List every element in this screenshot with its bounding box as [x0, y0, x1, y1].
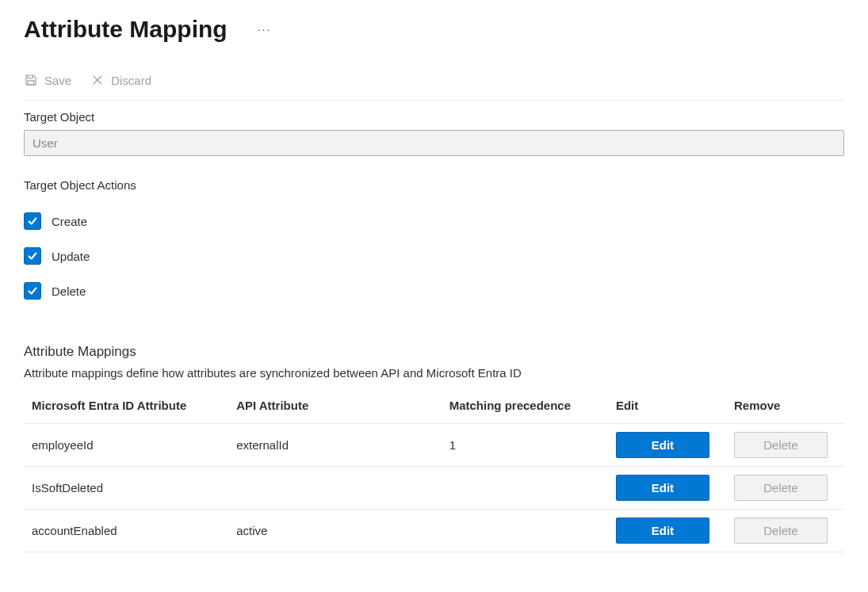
toolbar: Save Discard — [24, 71, 844, 100]
table-header-row: Microsoft Entra ID Attribute API Attribu… — [24, 391, 844, 424]
checkbox-row-delete: Delete — [24, 282, 844, 300]
page-header: Attribute Mapping ··· — [24, 16, 844, 43]
cell-entra-attribute: employeeId — [24, 424, 228, 467]
update-checkbox-label: Update — [52, 250, 90, 263]
page-title: Attribute Mapping — [24, 16, 228, 43]
target-object-label: Target Object — [24, 110, 844, 124]
save-button[interactable]: Save — [24, 71, 71, 89]
column-header-edit[interactable]: Edit — [608, 391, 726, 424]
delete-checkbox[interactable] — [24, 282, 41, 300]
delete-button[interactable]: Delete — [734, 432, 828, 458]
save-button-label: Save — [44, 74, 71, 87]
save-icon — [24, 73, 38, 87]
checkbox-row-create: Create — [24, 212, 844, 230]
cell-matching-precedence: 1 — [442, 424, 608, 467]
edit-button[interactable]: Edit — [616, 518, 709, 544]
cell-matching-precedence — [442, 510, 608, 552]
cell-api-attribute: externalId — [228, 424, 441, 467]
column-header-api[interactable]: API Attribute — [228, 391, 441, 424]
edit-button[interactable]: Edit — [616, 475, 709, 501]
attribute-mappings-table: Microsoft Entra ID Attribute API Attribu… — [24, 391, 844, 552]
delete-checkbox-label: Delete — [52, 285, 86, 298]
more-actions-icon[interactable]: ··· — [254, 20, 275, 39]
check-icon — [27, 285, 38, 296]
create-checkbox[interactable] — [24, 212, 41, 230]
target-object-section: Target Object — [24, 110, 844, 156]
table-row: employeeId externalId 1 Edit Delete — [24, 424, 844, 467]
column-header-match[interactable]: Matching precedence — [442, 391, 608, 424]
attribute-mappings-heading: Attribute Mappings — [24, 344, 844, 360]
edit-button[interactable]: Edit — [616, 432, 709, 458]
delete-button[interactable]: Delete — [734, 475, 828, 501]
attribute-mappings-description: Attribute mappings define how attributes… — [24, 366, 844, 380]
close-icon — [90, 73, 105, 87]
delete-button[interactable]: Delete — [734, 518, 828, 544]
checkbox-row-update: Update — [24, 247, 844, 265]
column-header-remove[interactable]: Remove — [726, 391, 844, 424]
table-row: IsSoftDeleted Edit Delete — [24, 467, 844, 510]
cell-entra-attribute: IsSoftDeleted — [24, 467, 228, 510]
create-checkbox-label: Create — [52, 215, 87, 228]
update-checkbox[interactable] — [24, 247, 41, 265]
table-row: accountEnabled active Edit Delete — [24, 510, 844, 552]
svg-rect-0 — [28, 81, 34, 85]
column-header-entra[interactable]: Microsoft Entra ID Attribute — [24, 391, 228, 424]
target-object-input[interactable] — [24, 130, 844, 156]
cell-entra-attribute: accountEnabled — [24, 510, 228, 552]
target-actions-section: Target Object Actions Create Update Dele… — [24, 178, 844, 300]
cell-api-attribute — [228, 467, 441, 510]
toolbar-divider — [24, 100, 844, 101]
discard-button[interactable]: Discard — [90, 71, 151, 89]
cell-matching-precedence — [442, 467, 608, 510]
check-icon — [27, 250, 38, 262]
check-icon — [27, 216, 38, 227]
cell-api-attribute: active — [228, 510, 441, 552]
target-actions-label: Target Object Actions — [24, 178, 844, 192]
discard-button-label: Discard — [111, 74, 151, 87]
